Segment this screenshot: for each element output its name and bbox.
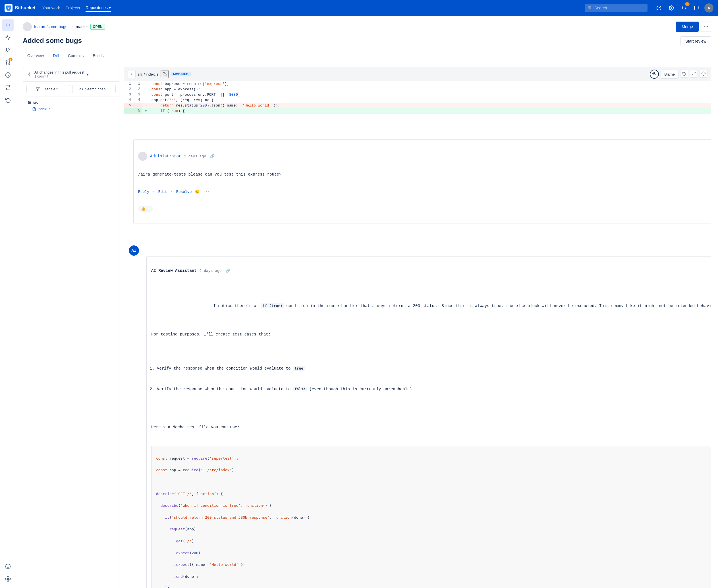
commenter-avatar	[138, 152, 147, 161]
comment-thread-row: Administrator 2 days ago 🔗 ∨ /aira gener…	[124, 113, 711, 588]
diff-header-actions: 👁 Blame	[650, 69, 707, 79]
diff-marker	[142, 98, 149, 103]
diff-scope-dropdown[interactable]: All changes in this pull request 1 commi…	[23, 67, 119, 82]
logo-icon	[4, 4, 13, 12]
mocha-label: Here's a Mocha test file you can use:	[151, 424, 711, 430]
code-line-4: 4 4 app.get('/', (req, res) => {	[124, 98, 711, 103]
pr-status-badge: OPEN	[90, 24, 105, 29]
code-line-1: 1 1 const express = require('express');	[124, 81, 711, 87]
svg-point-17	[29, 74, 30, 75]
ai-test-intro: For testing purposes, I'll create test c…	[151, 331, 711, 337]
line-num-new: 3	[133, 92, 142, 98]
expand-file-button[interactable]	[690, 69, 698, 78]
modified-badge: MODIFIED	[171, 72, 191, 77]
more-options-button[interactable]	[701, 22, 711, 32]
filter-file-label: Filter file t...	[41, 87, 61, 91]
ai-link-icon[interactable]: 🔗	[226, 269, 230, 273]
messages-icon[interactable]	[692, 3, 701, 13]
ai-comment-box: AI Review Assistant 2 days ago 🔗 I notic…	[146, 256, 711, 588]
sidebar-icon-refresh[interactable]	[2, 94, 14, 106]
start-review-area: Start review	[680, 36, 711, 46]
diff-marker	[142, 92, 149, 98]
line-num-old	[124, 108, 133, 113]
code-line-5-deleted: 5 − return res.status(200).json({ name: …	[124, 103, 711, 108]
tab-builds[interactable]: Builds	[88, 50, 108, 61]
nav-repositories[interactable]: Repositories ▾	[86, 4, 111, 12]
nav-projects[interactable]: Projects	[66, 4, 80, 12]
pr-from-branch[interactable]: feature/some-bugs	[34, 24, 67, 29]
svg-point-7	[6, 61, 7, 62]
comment-link-icon[interactable]: 🔗	[210, 154, 214, 159]
diff-marker-add: +	[142, 108, 149, 113]
user-avatar[interactable]: A	[704, 3, 714, 13]
ai-comment-row: AI AI Review Assistant 2 days ago 🔗	[129, 246, 711, 588]
sidebar-icon-branch[interactable]	[2, 44, 14, 56]
comment-more-button[interactable]: ···	[203, 190, 209, 194]
search-bar[interactable]: 🔍	[585, 4, 648, 12]
sidebar-icon-deploy[interactable]	[2, 82, 14, 93]
nav-your-work[interactable]: Your work	[42, 4, 60, 12]
svg-rect-21	[164, 74, 167, 76]
sidebar-icon-code[interactable]	[2, 19, 14, 31]
ai-intro-paragraph: I notice there's an if (true) condition …	[151, 297, 711, 316]
comment-thread-cell: Administrator 2 days ago 🔗 ∨ /aira gener…	[124, 113, 711, 588]
settings-icon[interactable]	[667, 3, 676, 13]
svg-point-10	[5, 564, 10, 569]
merge-button[interactable]: Merge	[676, 22, 699, 32]
ai-author: AI Review Assistant	[151, 269, 197, 273]
diff-scope-label: All changes in this pull request	[35, 70, 84, 75]
line-content: const app = express();	[149, 87, 711, 92]
tab-overview[interactable]: Overview	[23, 50, 48, 61]
comment-actions: Reply · Edit · Resolve 🙂 ···	[134, 188, 711, 196]
diff-file-path: src / index.js	[138, 72, 158, 77]
reaction-thumbsup[interactable]: 👍 1	[138, 206, 153, 212]
sidebar-icon-settings[interactable]	[2, 573, 14, 585]
collapse-file-button[interactable]	[128, 70, 136, 78]
tab-diff[interactable]: Diff	[48, 50, 63, 61]
line-num-old: 2	[124, 87, 133, 92]
help-icon[interactable]	[654, 3, 663, 13]
search-changes-button[interactable]: Search chan...	[72, 85, 116, 93]
logo-text: Bitbucket	[15, 5, 36, 10]
commits-icon	[26, 71, 32, 77]
logo[interactable]: Bitbucket	[4, 4, 36, 12]
notifications-icon[interactable]: 2	[679, 3, 689, 13]
sidebar-icon-activity[interactable]	[2, 32, 14, 43]
watch-file-button[interactable]: 👁	[650, 69, 659, 79]
line-num-old: 5	[124, 103, 133, 108]
start-review-button[interactable]: Start review	[680, 36, 711, 46]
line-num-new: 5	[133, 108, 142, 113]
diff-sidebar: All changes in this pull request 1 commi…	[23, 67, 119, 588]
filter-file-button[interactable]: Filter file t...	[26, 85, 70, 93]
search-input[interactable]	[594, 6, 645, 10]
refresh-diff-button[interactable]	[680, 69, 688, 78]
blame-button[interactable]: Blame	[661, 69, 678, 79]
line-content: const express = require('express');	[149, 81, 711, 87]
reply-action[interactable]: Reply	[138, 190, 149, 194]
svg-point-14	[704, 26, 705, 27]
ai-intro-text: I notice there's an	[213, 304, 261, 308]
emoji-reaction-button[interactable]: 🙂	[195, 189, 200, 194]
diff-scope-info: All changes in this pull request 1 commi…	[35, 70, 84, 78]
sidebar-icon-pr[interactable]: 1	[2, 57, 14, 68]
diff-settings-button[interactable]	[699, 69, 707, 78]
line-num-old: 3	[124, 92, 133, 98]
file-tree-folder: src	[25, 99, 117, 106]
notification-badge: 2	[685, 2, 690, 6]
svg-point-15	[706, 26, 706, 27]
edit-action[interactable]: Edit	[158, 190, 167, 194]
comment-author: Administrator	[150, 154, 181, 159]
resolve-action[interactable]: Resolve	[176, 190, 192, 194]
copy-path-button[interactable]	[161, 70, 168, 78]
line-num-new	[133, 103, 142, 108]
left-sidebar: 1	[0, 16, 16, 588]
ai-mid-text: condition in the route handler that alwa…	[284, 304, 711, 308]
comment-time: 2 days ago	[184, 154, 206, 159]
diff-marker	[142, 81, 149, 87]
file-tree-file[interactable]: index.js	[25, 106, 117, 112]
ai-comment-header: AI Review Assistant 2 days ago 🔗	[147, 265, 711, 275]
diff-viewer: src / index.js MODIFIED 👁 Blame	[124, 67, 711, 588]
tab-commits[interactable]: Commits	[63, 50, 88, 61]
sidebar-icon-pipeline[interactable]	[2, 69, 14, 81]
sidebar-icon-face[interactable]	[2, 561, 14, 572]
